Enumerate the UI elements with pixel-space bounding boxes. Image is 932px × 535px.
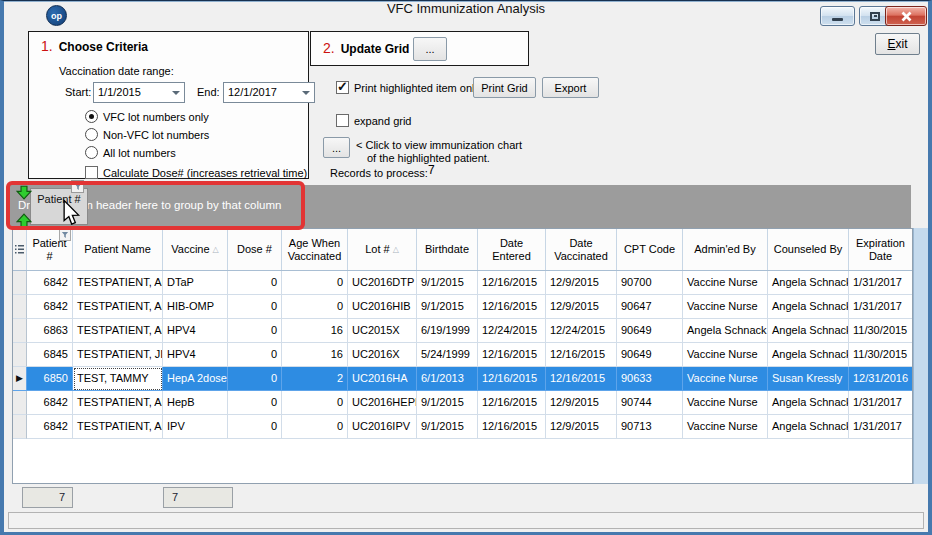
table-cell[interactable]: 1/31/2017 <box>849 271 913 295</box>
table-cell[interactable]: 6850 <box>27 367 73 391</box>
grid-header-cell[interactable]: Vaccine△ <box>163 229 228 270</box>
table-cell[interactable]: 90649 <box>617 319 683 343</box>
grid-header-cell[interactable]: CPT Code <box>617 229 683 270</box>
table-cell[interactable]: 12/16/2015 <box>546 343 617 367</box>
table-cell[interactable]: 0 <box>228 319 282 343</box>
print-highlighted-checkbox[interactable]: Print highlighted item only <box>336 81 480 94</box>
table-cell[interactable]: 6845 <box>27 343 73 367</box>
table-cell[interactable]: 1/31/2017 <box>849 391 913 415</box>
table-cell[interactable]: 12/16/2015 <box>478 271 546 295</box>
expand-grid-checkbox[interactable]: expand grid <box>336 114 412 127</box>
table-cell[interactable]: 6842 <box>27 271 73 295</box>
filter-icon[interactable] <box>71 180 84 193</box>
table-cell[interactable]: Vaccine Nurse <box>683 343 768 367</box>
table-cell[interactable]: 9/1/2015 <box>417 391 478 415</box>
radio-vfc-only[interactable]: VFC lot numbers only <box>85 110 209 123</box>
table-cell[interactable]: 12/9/2015 <box>546 391 617 415</box>
table-cell[interactable]: 90633 <box>617 367 683 391</box>
table-cell[interactable]: 12/16/2015 <box>478 415 546 439</box>
table-cell[interactable]: 6842 <box>27 391 73 415</box>
table-cell[interactable]: 0 <box>282 415 348 439</box>
table-cell[interactable]: 90713 <box>617 415 683 439</box>
close-button[interactable] <box>885 6 927 26</box>
table-cell[interactable]: 90744 <box>617 391 683 415</box>
table-cell[interactable]: HIB-OMP <box>163 295 228 319</box>
table-cell[interactable]: 5/24/1999 <box>417 343 478 367</box>
table-cell[interactable]: Vaccine Nurse <box>683 295 768 319</box>
table-cell[interactable]: UC2016HA <box>348 367 417 391</box>
table-cell[interactable]: 6842 <box>27 415 73 439</box>
grid-header-cell[interactable]: Lot #△ <box>348 229 417 270</box>
table-cell[interactable]: HPV4 <box>163 343 228 367</box>
table-cell[interactable]: Angela Schnack <box>768 415 849 439</box>
grid-header-cell[interactable]: Birthdate <box>417 229 478 270</box>
table-cell[interactable]: 0 <box>282 295 348 319</box>
table-cell[interactable]: 12/24/2015 <box>546 319 617 343</box>
minimize-button[interactable] <box>820 6 855 26</box>
table-cell[interactable]: 90649 <box>617 343 683 367</box>
grid-header-cell[interactable]: Date Entered <box>478 229 546 270</box>
table-cell[interactable]: 0 <box>228 415 282 439</box>
radio-non-vfc[interactable]: Non-VFC lot numbers <box>85 128 209 141</box>
table-cell[interactable]: 12/16/2015 <box>478 343 546 367</box>
grid-header-cell[interactable]: Date Vaccinated <box>546 229 617 270</box>
table-cell[interactable]: 11/30/2015 <box>849 319 913 343</box>
table-cell[interactable]: HPV4 <box>163 319 228 343</box>
table-cell[interactable]: TESTPATIENT, AD <box>73 415 163 439</box>
table-cell[interactable]: Angela Schnack <box>768 319 849 343</box>
table-cell[interactable]: 16 <box>282 319 348 343</box>
table-cell[interactable]: UC2016HEPB <box>348 391 417 415</box>
print-grid-button[interactable]: Print Grid <box>473 77 536 98</box>
group-by-bar[interactable]: Drag a column header here to group by th… <box>8 185 911 228</box>
table-row[interactable]: 6845TESTPATIENT, JILHPV4016UC2016X5/24/1… <box>13 343 912 367</box>
table-cell[interactable]: 12/9/2015 <box>546 295 617 319</box>
table-cell[interactable]: Vaccine Nurse <box>683 271 768 295</box>
table-cell[interactable]: UC2016HIB <box>348 295 417 319</box>
table-cell[interactable]: Angela Schnack <box>768 271 849 295</box>
title-bar[interactable]: op VFC Immunization Analysis <box>4 1 928 2</box>
table-cell[interactable]: 12/31/2016 <box>849 367 913 391</box>
table-cell[interactable]: 12/16/2015 <box>478 295 546 319</box>
table-cell[interactable]: Susan Kressly <box>768 367 849 391</box>
table-cell[interactable]: 90647 <box>617 295 683 319</box>
table-cell[interactable]: Angela Schnack <box>768 343 849 367</box>
export-button[interactable]: Export <box>542 77 599 98</box>
table-row[interactable]: 6842TESTPATIENT, ADIPV00UC2016IPV9/1/201… <box>13 415 912 439</box>
table-cell[interactable]: Angela Schnack <box>683 319 768 343</box>
table-cell[interactable]: HepB <box>163 391 228 415</box>
table-cell[interactable]: Angela Schnack <box>768 391 849 415</box>
table-cell[interactable]: 12/16/2015 <box>478 367 546 391</box>
table-cell[interactable]: 1/31/2017 <box>849 415 913 439</box>
vertical-scrollbar[interactable] <box>913 228 928 484</box>
table-cell[interactable]: 1/31/2017 <box>849 295 913 319</box>
table-cell[interactable]: DTaP <box>163 271 228 295</box>
table-row[interactable]: ▶6850TEST, TAMMYHepA 2dose02UC2016HA6/1/… <box>13 367 912 391</box>
table-cell[interactable]: 0 <box>228 367 282 391</box>
table-cell[interactable]: UC2016IPV <box>348 415 417 439</box>
table-row[interactable]: 6842TESTPATIENT, ADDTaP00UC2016DTP9/1/20… <box>13 271 912 295</box>
table-cell[interactable]: 11/30/2015 <box>849 343 913 367</box>
table-cell[interactable]: Vaccine Nurse <box>683 391 768 415</box>
view-chart-button[interactable]: ... <box>323 137 350 158</box>
table-row[interactable]: 6842TESTPATIENT, ADHepB00UC2016HEPB9/1/2… <box>13 391 912 415</box>
table-cell[interactable]: TEST, TAMMY <box>73 367 163 391</box>
table-cell[interactable]: 0 <box>228 343 282 367</box>
table-cell[interactable]: 2 <box>282 367 348 391</box>
start-date-select[interactable]: 1/1/2015 <box>93 82 185 103</box>
grid-header-cell[interactable]: Admin'ed By <box>683 229 768 270</box>
table-row[interactable]: 6842TESTPATIENT, ADHIB-OMP00UC2016HIB9/1… <box>13 295 912 319</box>
table-cell[interactable]: Vaccine Nurse <box>683 415 768 439</box>
table-cell[interactable]: 9/1/2015 <box>417 271 478 295</box>
calculate-dose-checkbox[interactable]: Calculate Dose# (increases retrieval tim… <box>85 166 307 179</box>
radio-all-lots[interactable]: All lot numbers <box>85 146 176 159</box>
table-cell[interactable]: 9/1/2015 <box>417 415 478 439</box>
table-cell[interactable]: 12/16/2015 <box>546 367 617 391</box>
grid-options-button[interactable] <box>13 229 27 270</box>
table-cell[interactable]: HepA 2dose <box>163 367 228 391</box>
table-cell[interactable]: 6863 <box>27 319 73 343</box>
table-cell[interactable]: UC2016DTP <box>348 271 417 295</box>
table-cell[interactable]: 9/1/2015 <box>417 295 478 319</box>
grid-header-cell[interactable]: Patient # <box>27 229 73 270</box>
update-grid-button[interactable]: ... <box>413 37 447 61</box>
table-cell[interactable]: 6842 <box>27 295 73 319</box>
